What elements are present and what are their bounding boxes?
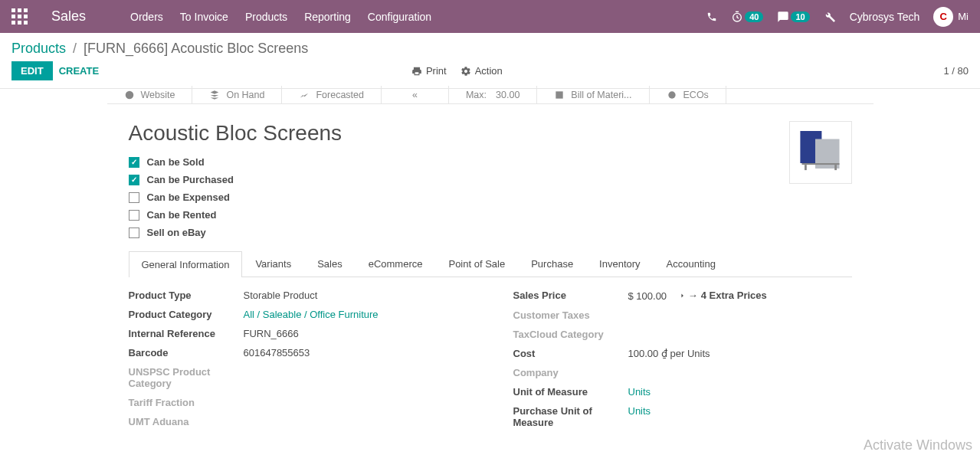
stat-bom[interactable]: Bill of Materi... (537, 86, 649, 103)
top-navbar: Sales Orders To Invoice Products Reporti… (0, 0, 980, 33)
field-value (244, 416, 467, 427)
tab-ecommerce[interactable]: eCommerce (356, 250, 436, 277)
field-label: UMT Aduana (129, 416, 244, 427)
user-suffix: Mi (958, 11, 969, 22)
check-item-3: Can be Rented (129, 209, 852, 221)
puom-label: Purchase Unit of Measure (513, 405, 628, 428)
edit-button[interactable]: EDIT (11, 61, 53, 80)
svg-rect-8 (834, 165, 837, 170)
checkbox[interactable] (129, 192, 139, 203)
nav-configuration[interactable]: Configuration (368, 11, 431, 23)
phone-icon[interactable] (706, 11, 717, 22)
sales-price-value: $ 100.00 → 4 Extra Prices (628, 290, 852, 302)
svg-rect-2 (556, 91, 563, 98)
tab-point-of-sale[interactable]: Point of Sale (435, 250, 518, 277)
apps-icon[interactable] (11, 8, 28, 25)
nav-orders[interactable]: Orders (130, 11, 163, 23)
checkbox-label: Sell on eBay (147, 227, 206, 238)
nav-to-invoice[interactable]: To Invoice (180, 11, 228, 23)
uom-value[interactable]: Units (628, 386, 852, 398)
action-button[interactable]: Action (461, 65, 503, 77)
form-row: Tariff Fraction (129, 397, 467, 408)
checkbox-label: Can be Expensed (147, 191, 230, 203)
checkbox[interactable] (129, 175, 139, 185)
tab-general-information[interactable]: General Information (129, 251, 243, 277)
nav-reporting[interactable]: Reporting (304, 11, 351, 23)
field-value (244, 397, 467, 408)
svg-rect-7 (805, 165, 807, 170)
user-name[interactable]: Cybrosys Tech (850, 11, 920, 23)
tab-purchase[interactable]: Purchase (518, 250, 586, 277)
check-item-2: Can be Expensed (129, 191, 852, 203)
stat-max[interactable]: Max: 30.00 (449, 86, 537, 103)
avatar[interactable]: C (933, 7, 953, 27)
check-item-4: Sell on eBay (129, 227, 852, 238)
print-button[interactable]: Print (411, 65, 447, 77)
right-column: Sales Price $ 100.00 → 4 Extra Prices Cu… (513, 290, 852, 436)
field-value: FURN_6666 (244, 328, 467, 339)
left-column: Product TypeStorable ProductProduct Cate… (129, 290, 467, 436)
field-value (244, 366, 467, 389)
checkbox[interactable] (129, 228, 139, 238)
nav-products[interactable]: Products (245, 11, 287, 23)
timer-badge: 40 (745, 11, 763, 22)
discuss-badge: 10 (791, 11, 809, 22)
svg-point-3 (668, 91, 675, 98)
uom-label: Unit of Measure (513, 386, 628, 398)
form-row: Product CategoryAll / Saleable / Office … (129, 309, 467, 320)
checkbox[interactable] (129, 157, 139, 168)
svg-point-1 (125, 90, 133, 99)
puom-value[interactable]: Units (628, 405, 852, 428)
settings-wrench-icon[interactable] (824, 11, 836, 23)
create-button[interactable]: CREATE (59, 65, 99, 77)
taxcloud-label: TaxCloud Category (513, 329, 628, 340)
product-image[interactable] (789, 121, 852, 184)
action-label: Action (475, 65, 503, 77)
stat-forecasted[interactable]: Forecasted (282, 86, 382, 103)
nav-menu: Orders To Invoice Products Reporting Con… (130, 11, 431, 23)
checkbox[interactable] (129, 210, 139, 221)
tab-sales[interactable]: Sales (304, 250, 356, 277)
field-label: Product Type (129, 290, 244, 301)
sales-price-label: Sales Price (513, 290, 628, 302)
stat-website[interactable]: Website (107, 86, 193, 103)
tab-bar: General InformationVariantsSaleseCommerc… (129, 250, 852, 277)
tab-variants[interactable]: Variants (242, 250, 304, 277)
cost-label: Cost (513, 348, 628, 359)
button-box: Website On Hand Forecasted « Max: 30.00 … (107, 86, 873, 104)
stat-plus[interactable]: « (382, 86, 449, 103)
breadcrumb-current: [FURN_6666] Acoustic Bloc Screens (84, 41, 308, 56)
field-value: Storable Product (244, 290, 467, 301)
check-item-0: Can be Sold (129, 156, 852, 168)
field-value: 601647855653 (244, 347, 467, 358)
tab-inventory[interactable]: Inventory (586, 250, 653, 277)
tab-accounting[interactable]: Accounting (654, 250, 729, 277)
field-value[interactable]: All / Saleable / Office Furniture (244, 309, 467, 320)
pager[interactable]: 1 / 80 (943, 65, 969, 77)
breadcrumb: Products / [FURN_6666] Acoustic Bloc Scr… (11, 41, 308, 57)
customer-taxes-label: Customer Taxes (513, 309, 628, 321)
company-label: Company (513, 367, 628, 378)
form-row: Barcode601647855653 (129, 347, 467, 358)
breadcrumb-root[interactable]: Products (11, 41, 66, 56)
form-row: UNSPSC Product Category (129, 366, 467, 389)
form-row: UMT Aduana (129, 416, 467, 427)
svg-rect-6 (801, 163, 839, 165)
extra-prices-button[interactable]: → 4 Extra Prices (677, 290, 767, 301)
cost-value: 100.00 ₫ per Units (628, 348, 852, 359)
discuss-icon[interactable]: 10 (777, 11, 809, 23)
app-brand[interactable]: Sales (51, 8, 86, 25)
form-sheet: Acoustic Bloc Screens Can be SoldCan be … (107, 107, 873, 455)
stat-ecos[interactable]: ECOs (650, 86, 726, 103)
timer-icon[interactable]: 40 (731, 11, 763, 23)
form-row: Internal ReferenceFURN_6666 (129, 328, 467, 339)
field-label: Barcode (129, 347, 244, 358)
checkbox-label: Can be Sold (147, 156, 205, 168)
checkbox-label: Can be Rented (147, 209, 217, 221)
form-row: Product TypeStorable Product (129, 290, 467, 301)
check-list: Can be SoldCan be PurchasedCan be Expens… (129, 156, 852, 238)
stat-onhand[interactable]: On Hand (192, 86, 282, 103)
field-label: Product Category (129, 309, 244, 320)
field-label: Internal Reference (129, 328, 244, 339)
product-title: Acoustic Bloc Screens (129, 121, 852, 146)
